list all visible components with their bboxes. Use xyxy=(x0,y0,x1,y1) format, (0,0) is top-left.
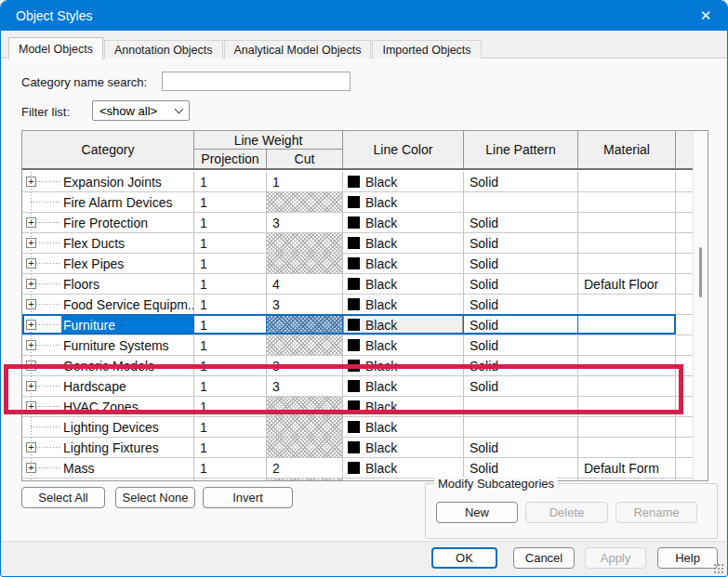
cell-material[interactable] xyxy=(578,254,676,273)
cell-extra[interactable] xyxy=(676,376,693,396)
expand-icon[interactable]: + xyxy=(22,458,61,478)
expand-icon[interactable]: + xyxy=(22,233,61,253)
cell-line-color[interactable]: Black xyxy=(343,397,464,416)
cell-cut[interactable] xyxy=(267,438,343,457)
cell-line-color[interactable]: Black xyxy=(343,295,464,314)
scrollbar-thumb[interactable] xyxy=(699,247,702,297)
plus-icon[interactable]: + xyxy=(26,320,36,330)
cell-category[interactable]: +Generic Models xyxy=(22,356,194,375)
cell-line-color[interactable]: Black xyxy=(343,438,464,457)
expand-icon[interactable]: + xyxy=(22,254,61,273)
cell-extra[interactable] xyxy=(676,233,693,253)
cell-cut[interactable]: 3 xyxy=(267,356,343,375)
cell-category[interactable]: +Flex Ducts xyxy=(22,233,194,253)
plus-icon[interactable]: + xyxy=(26,340,36,350)
cell-extra[interactable] xyxy=(676,479,693,480)
cell-extra[interactable] xyxy=(676,274,693,294)
tab-model-objects[interactable]: Model Objects xyxy=(8,37,103,59)
cell-line-pattern[interactable] xyxy=(464,397,578,416)
plus-icon[interactable]: + xyxy=(26,361,36,371)
cell-cut[interactable]: 2 xyxy=(267,458,343,478)
cell-material[interactable] xyxy=(578,397,676,416)
ok-button[interactable]: OK xyxy=(431,547,497,569)
cell-line-color[interactable]: Black xyxy=(343,458,464,478)
invert-button[interactable]: Invert xyxy=(203,487,293,508)
cell-extra[interactable] xyxy=(676,356,693,375)
cell-line-pattern[interactable]: Solid xyxy=(464,458,578,478)
cell-line-color[interactable]: Black xyxy=(343,335,464,355)
cell-line-pattern[interactable]: Solid xyxy=(464,315,578,334)
select-none-button[interactable]: Select None xyxy=(115,487,195,508)
cell-category[interactable]: +Furniture xyxy=(22,315,194,334)
cell-material[interactable] xyxy=(578,356,676,375)
cell-line-color[interactable]: Black xyxy=(343,254,464,273)
cell-extra[interactable] xyxy=(676,417,693,437)
cell-line-pattern[interactable]: Solid xyxy=(464,274,578,294)
plus-icon[interactable]: + xyxy=(26,217,36,228)
cell-material[interactable] xyxy=(578,417,676,437)
cell-extra[interactable] xyxy=(676,213,693,232)
cell-category[interactable]: +HVAC Zones xyxy=(22,397,194,416)
cell-line-color[interactable]: Black xyxy=(343,356,464,375)
category-search-input[interactable] xyxy=(162,72,351,91)
cell-line-pattern[interactable]: Solid xyxy=(464,335,578,355)
cell-cut[interactable] xyxy=(267,417,343,437)
cell-cut[interactable] xyxy=(267,192,343,212)
cell-material[interactable] xyxy=(578,315,676,334)
cell-cut[interactable] xyxy=(267,315,343,334)
cell-projection[interactable]: 1 xyxy=(194,397,267,416)
cell-line-color[interactable]: Black xyxy=(343,274,464,294)
cell-projection[interactable]: 1 xyxy=(194,315,267,334)
cell-projection[interactable]: 1 xyxy=(194,356,267,375)
cell-projection[interactable]: 1 xyxy=(194,254,267,273)
cell-line-color[interactable]: Black xyxy=(343,376,464,396)
cell-material[interactable] xyxy=(578,233,676,253)
cell-cut[interactable]: 3 xyxy=(267,376,343,396)
cell-material[interactable] xyxy=(578,192,676,212)
cell-line-pattern[interactable]: Solid xyxy=(464,376,578,396)
cell-category[interactable]: +Lighting Fixtures xyxy=(22,438,194,457)
cell-cut[interactable] xyxy=(267,479,343,480)
cell-line-pattern[interactable]: Solid xyxy=(464,233,578,253)
cell-cut[interactable] xyxy=(267,254,343,273)
cell-extra[interactable] xyxy=(676,172,693,191)
cell-material[interactable] xyxy=(578,335,676,355)
cell-extra[interactable] xyxy=(676,254,693,273)
tab-annotation-objects[interactable]: Annotation Objects xyxy=(104,40,223,59)
expand-icon[interactable]: + xyxy=(22,295,61,314)
cell-extra[interactable] xyxy=(676,335,693,355)
cell-category[interactable]: +Flex Pipes xyxy=(22,254,194,273)
cell-extra[interactable] xyxy=(676,397,693,416)
close-icon[interactable]: ✕ xyxy=(684,1,727,31)
vertical-scrollbar[interactable] xyxy=(693,131,708,480)
expand-icon[interactable]: + xyxy=(22,274,61,294)
cell-cut[interactable] xyxy=(267,397,343,416)
cell-projection[interactable]: 1 xyxy=(194,417,267,437)
expand-icon[interactable]: + xyxy=(22,315,61,334)
cell-projection[interactable]: 1 xyxy=(194,438,267,457)
plus-icon[interactable]: + xyxy=(26,258,36,269)
cell-line-color[interactable]: Black xyxy=(343,417,464,437)
cell-category[interactable]: +Floors xyxy=(22,274,194,294)
cell-line-color[interactable]: Black xyxy=(343,172,464,191)
cell-material[interactable] xyxy=(578,295,676,314)
cell-material[interactable] xyxy=(578,438,676,457)
cell-cut[interactable]: 1 xyxy=(267,172,343,191)
plus-icon[interactable]: + xyxy=(26,442,36,452)
filter-list-dropdown[interactable]: <show all> xyxy=(92,100,190,121)
cell-category[interactable]: +Fire Protection xyxy=(22,213,194,232)
cell-projection[interactable]: 1 xyxy=(194,213,267,232)
cell-category[interactable]: +Hardscape xyxy=(22,376,194,396)
resize-grip[interactable] xyxy=(713,563,723,573)
cell-line-pattern[interactable]: Solid xyxy=(464,438,578,457)
cell-category[interactable]: +Mass xyxy=(22,458,194,478)
cell-cut[interactable] xyxy=(267,233,343,253)
expand-icon[interactable]: + xyxy=(22,213,61,232)
cell-projection[interactable]: 1 xyxy=(194,172,267,191)
select-all-button[interactable]: Select All xyxy=(21,487,105,508)
cell-line-pattern[interactable]: Solid xyxy=(464,213,578,232)
plus-icon[interactable]: + xyxy=(26,177,36,187)
cell-line-color[interactable]: Black xyxy=(343,315,464,334)
help-button[interactable]: Help xyxy=(657,547,718,569)
expand-icon[interactable]: + xyxy=(22,376,61,396)
